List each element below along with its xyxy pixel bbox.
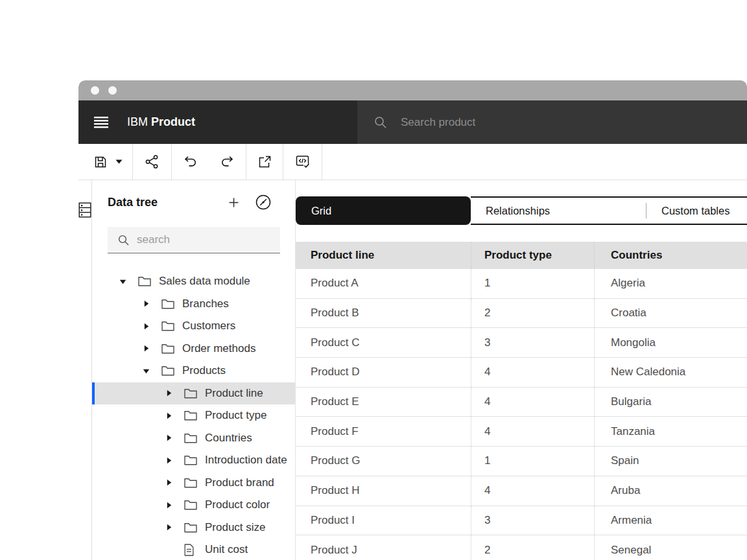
plus-icon[interactable]	[229, 198, 239, 207]
tab-custom-tables[interactable]: Custom tables	[646, 198, 747, 224]
cell-product-line[interactable]: Product H	[296, 476, 471, 506]
share-icon[interactable]	[145, 144, 159, 180]
code-check-icon[interactable]	[296, 144, 310, 180]
caret-right-icon[interactable]	[165, 524, 172, 531]
undo-icon[interactable]	[172, 144, 209, 180]
tree-item-label: Products	[182, 364, 226, 377]
cell-product-line[interactable]: Product B	[296, 299, 471, 328]
window-control-dot[interactable]	[108, 86, 117, 95]
document-icon	[184, 544, 194, 556]
cell-product-type[interactable]: 4	[471, 476, 594, 506]
table-row[interactable]: Product E 4 Bulgaria	[296, 388, 747, 417]
app-title: IBM Product	[127, 115, 195, 129]
cell-countries[interactable]: Senegal	[594, 535, 747, 560]
tree-search	[108, 227, 280, 253]
tree-item[interactable]: Countries	[92, 427, 295, 450]
chevron-down-icon[interactable]	[115, 144, 123, 180]
window-titlebar[interactable]	[78, 80, 747, 100]
caret-right-icon[interactable]	[165, 434, 172, 441]
cell-product-type[interactable]: 4	[471, 358, 594, 387]
caret-right-icon[interactable]	[143, 323, 150, 330]
caret-right-icon[interactable]	[165, 457, 172, 464]
caret-right-icon[interactable]	[143, 300, 150, 307]
cell-product-line[interactable]: Product C	[296, 328, 471, 357]
cell-product-line[interactable]: Product I	[296, 506, 471, 535]
cell-product-type[interactable]: 2	[471, 299, 594, 328]
caret-right-icon[interactable]	[165, 390, 172, 397]
launch-icon[interactable]	[258, 144, 271, 180]
cell-product-type[interactable]: 3	[471, 506, 594, 535]
tree-item-label: Order methods	[182, 342, 255, 355]
tree-item[interactable]: Customers	[92, 315, 295, 338]
cell-product-line[interactable]: Product E	[296, 388, 471, 417]
table-row[interactable]: Product G 1 Spain	[296, 447, 747, 476]
tree-item[interactable]: Order methods	[92, 338, 295, 360]
compass-icon[interactable]	[255, 194, 271, 210]
caret-right-icon[interactable]	[165, 412, 172, 419]
tree-item[interactable]: Product color	[92, 494, 295, 517]
side-rail	[78, 180, 92, 560]
cell-product-type[interactable]: 3	[471, 328, 594, 357]
folder-icon	[184, 455, 197, 465]
caret-right-icon[interactable]	[165, 502, 172, 509]
global-search-input[interactable]	[401, 116, 747, 129]
cell-countries[interactable]: Aruba	[594, 476, 747, 506]
tree-item[interactable]: Sales data module	[92, 270, 295, 293]
tree-item[interactable]: Unit cost	[92, 539, 295, 560]
cell-product-line[interactable]: Product F	[296, 417, 471, 446]
tree-item[interactable]: Product line	[92, 382, 295, 405]
tab-relationships[interactable]: Relationships	[471, 198, 646, 224]
cell-countries[interactable]: New Caledonia	[594, 358, 747, 387]
cell-countries[interactable]: Armenia	[594, 506, 747, 535]
window-control-dot[interactable]	[91, 86, 99, 95]
redo-icon[interactable]	[209, 144, 246, 180]
tree-search-input[interactable]	[137, 233, 280, 246]
table-row[interactable]: Product H 4 Aruba	[296, 476, 747, 506]
tree-item-label: Introduction date	[205, 454, 287, 467]
table-row[interactable]: Product A 1 Algeria	[296, 269, 747, 299]
caret-down-icon[interactable]	[143, 368, 150, 375]
tree-item[interactable]: Product size	[92, 517, 295, 539]
cell-countries[interactable]: Bulgaria	[594, 388, 747, 417]
cell-countries[interactable]: Spain	[594, 447, 747, 476]
cell-countries[interactable]: Croatia	[594, 299, 747, 328]
folder-icon	[184, 388, 197, 399]
tree-item[interactable]: Introduction date	[92, 449, 295, 472]
tree-item[interactable]: Product brand	[92, 472, 295, 495]
tab-bar: Grid Relationships Custom tables	[296, 196, 747, 225]
column-header[interactable]: Product type	[471, 242, 594, 269]
cell-product-line[interactable]: Product D	[296, 358, 471, 387]
data-list-icon[interactable]	[78, 202, 91, 218]
column-header[interactable]: Countries	[594, 242, 747, 269]
cell-product-line[interactable]: Product A	[296, 269, 471, 298]
tree-item[interactable]: Product type	[92, 404, 295, 427]
cell-countries[interactable]: Algeria	[594, 269, 747, 298]
column-header[interactable]: Product line	[296, 242, 471, 269]
folder-icon	[184, 433, 197, 443]
tree-item[interactable]: Branches	[92, 293, 295, 316]
table-row[interactable]: Product C 3 Mongolia	[296, 328, 747, 358]
cell-product-type[interactable]: 4	[471, 388, 594, 417]
tree-item[interactable]: Products	[92, 360, 295, 382]
caret-right-icon[interactable]	[165, 479, 172, 486]
table-row[interactable]: Product B 2 Croatia	[296, 299, 747, 329]
table-row[interactable]: Product J 2 Senegal	[296, 535, 747, 560]
search-icon	[118, 235, 129, 246]
tab-grid[interactable]: Grid	[296, 196, 471, 225]
table-row[interactable]: Product D 4 New Caledonia	[296, 358, 747, 388]
cell-countries[interactable]: Tanzania	[594, 417, 747, 446]
cell-product-line[interactable]: Product J	[296, 535, 471, 560]
save-icon[interactable]	[94, 144, 107, 180]
caret-down-icon[interactable]	[119, 278, 126, 285]
caret-right-icon[interactable]	[143, 345, 150, 352]
cell-product-line[interactable]: Product G	[296, 447, 471, 476]
cell-product-type[interactable]: 4	[471, 417, 594, 446]
hamburger-menu-icon[interactable]	[94, 117, 108, 128]
cell-product-type[interactable]: 2	[471, 535, 594, 560]
cell-product-type[interactable]: 1	[471, 447, 594, 476]
header-left: IBM Product	[78, 100, 357, 144]
cell-product-type[interactable]: 1	[471, 269, 594, 298]
table-row[interactable]: Product F 4 Tanzania	[296, 417, 747, 447]
cell-countries[interactable]: Mongolia	[594, 328, 747, 357]
table-row[interactable]: Product I 3 Armenia	[296, 506, 747, 536]
